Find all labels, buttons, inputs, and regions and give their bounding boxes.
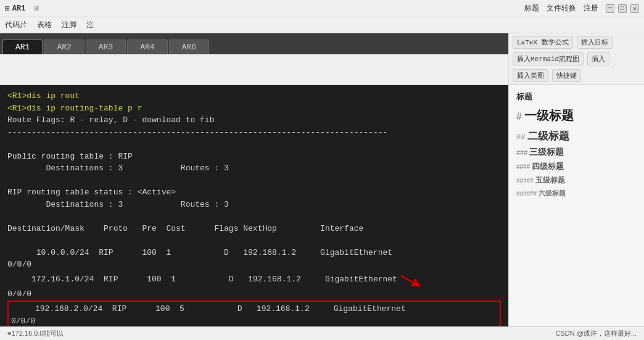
top-bar: ⊞ AR1 🖥 标题 文件转换 注册 ─ □ ✕ <box>0 0 644 17</box>
sidebar-btn-insert-class[interactable]: 插入类图 <box>513 69 548 82</box>
terminal-line <box>7 138 501 151</box>
highlighted-row: 192.168.2.0/24 RIP 100 5 D 192.168.1.2 G… <box>7 301 501 326</box>
tab-bar: AR1 AR2 AR3 AR4 AR6 <box>0 33 508 54</box>
sidebar-btn-mermaid[interactable]: 插入Mermaid流程图 <box>513 52 584 65</box>
terminal-line <box>7 175 501 187</box>
close-button[interactable]: ✕ <box>630 4 639 13</box>
window-controls: ─ □ ✕ <box>606 4 639 13</box>
terminal-line: Route Flags: R - relay, D - download to … <box>7 114 501 126</box>
toolbar-daima[interactable]: 代码片 <box>5 20 27 30</box>
terminal-line: ----------------------------------------… <box>7 126 501 139</box>
app-icon: ⊞ <box>5 4 10 14</box>
h4-text: 四级标题 <box>532 162 564 171</box>
h6-prefix: ###### <box>516 190 539 197</box>
terminal-line: Destinations : 3 Routes : 3 <box>7 162 501 175</box>
tab-ar6[interactable]: AR6 <box>169 39 209 54</box>
toolbar-zhu[interactable]: 注 <box>86 20 94 30</box>
terminal-line <box>7 234 501 247</box>
h5-text: 五级标题 <box>535 176 565 185</box>
terminal-line: <R1>dis ip routing-table p r <box>7 102 501 115</box>
terminal-line <box>7 210 501 223</box>
svg-line-1 <box>401 276 417 284</box>
heading-h4: #### 四级标题 <box>516 161 637 172</box>
sidebar-toolbar: LaTeX 数学公式 插入目标 插入Mermaid流程图 插入 插入类图 快捷键 <box>508 33 644 85</box>
h3-text: 三级标题 <box>529 147 564 157</box>
terminal-line: Destinations : 3 Routes : 3 <box>7 199 501 211</box>
terminal-highlighted-line1: 192.168.2.0/24 RIP 100 5 D 192.168.1.2 G… <box>11 303 497 315</box>
menu-zhuce[interactable]: 注册 <box>584 3 598 14</box>
sidebar-btn-shortcut[interactable]: 快捷键 <box>552 69 581 82</box>
terminal-highlighted-line2: 0/0/0 <box>11 315 497 327</box>
toolbar-biaoge[interactable]: 表格 <box>37 20 52 30</box>
toolbar-zhujiao[interactable]: 注脚 <box>62 20 76 30</box>
sidebar-btn-insert-target[interactable]: 插入目标 <box>577 36 613 49</box>
h6-text: 六级标题 <box>539 189 566 197</box>
sidebar-title: 标题 <box>516 91 637 102</box>
maximize-button[interactable]: □ <box>618 4 627 13</box>
minimize-button[interactable]: ─ <box>606 4 614 13</box>
heading-h3: ### 三级标题 <box>516 147 637 158</box>
tab-ar4[interactable]: AR4 <box>127 39 167 54</box>
main-content: <R1>dis ip rout <R1>dis ip routing-table… <box>0 85 644 326</box>
top-bar-right: 标题 文件转换 注册 ─ □ ✕ <box>524 3 639 14</box>
status-bar: ≡172.16.0.0能可以 CSDN @或许，这样最好... <box>0 326 644 340</box>
heading-h6: ###### 六级标题 <box>516 189 637 198</box>
sidebar-btn-latex[interactable]: LaTeX 数学公式 <box>513 36 573 49</box>
status-right: CSDN @或许，这样最好... <box>555 329 637 338</box>
arrow-row: 172.16.1.0/24 RIP 100 1 D 192.168.1.2 Gi… <box>7 271 501 288</box>
h1-text: 一级标题 <box>524 109 574 122</box>
terminal-line-header: Destination/Mask Proto Pre Cost Flags Ne… <box>7 223 501 235</box>
terminal-panel[interactable]: <R1>dis ip rout <R1>dis ip routing-table… <box>0 85 508 326</box>
h4-prefix: #### <box>516 164 532 170</box>
app-title: AR1 <box>12 4 26 13</box>
sidebar: 标题 # 一级标题 ## 二级标题 ### 三级标题 #### 四级标题 ###… <box>508 85 644 326</box>
tab-ar2[interactable]: AR2 <box>44 39 84 54</box>
top-bar-left: ⊞ AR1 🖥 <box>5 4 39 14</box>
terminal-line: 10.0.0.0/24 RIP 100 1 D 192.168.1.2 Giga… <box>7 247 501 259</box>
terminal-line: 172.16.1.0/24 RIP 100 1 D 192.168.1.2 Gi… <box>7 273 397 286</box>
tab-ar3[interactable]: AR3 <box>86 39 126 54</box>
menu-biaoti[interactable]: 标题 <box>524 3 539 14</box>
h2-prefix: ## <box>516 132 527 141</box>
h1-prefix: # <box>516 111 524 122</box>
heading-h2: ## 二级标题 <box>516 129 637 143</box>
sidebar-btn-insert[interactable]: 插入 <box>587 52 609 65</box>
heading-h1: # 一级标题 <box>516 107 637 124</box>
heading-h5: ##### 五级标题 <box>516 175 637 186</box>
sidebar-content: 标题 # 一级标题 ## 二级标题 ### 三级标题 #### 四级标题 ###… <box>509 85 644 326</box>
terminal-line: 0/0/0 <box>7 288 501 301</box>
second-toolbar: 代码片 表格 注脚 注 <box>0 17 644 33</box>
terminal-line: RIP routing table status : <Active> <box>7 186 501 199</box>
h5-prefix: ##### <box>516 177 535 184</box>
terminal-line: <R1>dis ip rout <box>7 90 501 102</box>
red-arrow-icon <box>401 271 423 288</box>
terminal-line: Public routing table : RIP <box>7 151 501 163</box>
h2-text: 二级标题 <box>527 130 569 142</box>
status-left: ≡172.16.0.0能可以 <box>7 329 64 338</box>
h3-prefix: ### <box>516 149 529 156</box>
tab-ar1[interactable]: AR1 <box>2 39 43 54</box>
window-icon: 🖥 <box>33 4 39 12</box>
terminal-line: 0/0/0 <box>7 259 501 271</box>
menu-wenjian[interactable]: 文件转换 <box>547 3 576 14</box>
